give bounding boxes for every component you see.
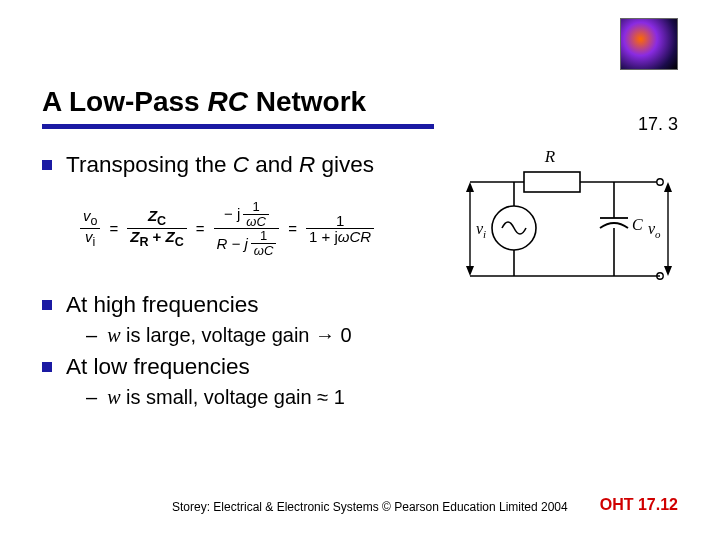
title-bar: A Low-Pass RC Network 17. 3 [42,86,678,118]
sub-2-text: w is large, voltage gain → 0 [107,324,352,347]
sub-3-text: w is small, voltage gain ≈ 1 [107,386,345,409]
sub-3: – w is small, voltage gain ≈ 1 [86,386,678,409]
svg-marker-16 [664,182,672,192]
bullet-1-text: Transposing the C and R gives [66,152,374,178]
bullet-2-block: At high frequencies – w is large, voltag… [42,292,678,351]
frac-mid: − j 1 ωC R − j 1 ωC [214,200,280,258]
copyright: Storey: Electrical & Electronic Systems … [172,500,568,514]
svg-marker-13 [466,182,474,192]
frac-final: 1 1 + jωCR [306,213,374,246]
sub-2: – w is large, voltage gain → 0 [86,324,678,347]
slide-number: OHT 17.12 [600,496,678,514]
bullet-3-text: At low frequencies [66,354,250,380]
section-number: 17. 3 [638,114,678,135]
circuit-diagram: R vi C vo [446,148,678,298]
dash-icon: – [86,386,97,409]
title-rule [42,124,434,129]
svg-rect-1 [524,172,580,192]
equation: vo vi = ZC ZR + ZC = − j 1 ωC R − j 1 ωC… [80,200,374,258]
svg-point-3 [657,179,663,185]
footer: Storey: Electrical & Electronic Systems … [0,496,720,514]
bullet-3-block: At low frequencies – w is small, voltage… [42,354,678,413]
svg-text:vi: vi [476,220,486,240]
svg-text:C: C [632,216,643,233]
title-text-post: Network [248,86,366,117]
title-text-pre: A Low-Pass [42,86,207,117]
publisher-logo [620,18,678,70]
title-rc: RC [207,86,247,117]
frac-zc-zrzc: ZC ZR + ZC [127,208,187,249]
svg-marker-17 [664,266,672,276]
bullet-icon [42,300,52,310]
dash-icon: – [86,324,97,347]
bullet-icon [42,160,52,170]
svg-marker-14 [466,266,474,276]
bullet-2-text: At high frequencies [66,292,259,318]
svg-text:R: R [544,148,556,166]
frac-vo-vi: vo vi [80,208,100,249]
svg-text:vo: vo [648,220,661,240]
bullet-icon [42,362,52,372]
page-title: A Low-Pass RC Network [42,86,678,118]
bullet-2: At high frequencies [42,292,678,318]
bullet-3: At low frequencies [42,354,678,380]
